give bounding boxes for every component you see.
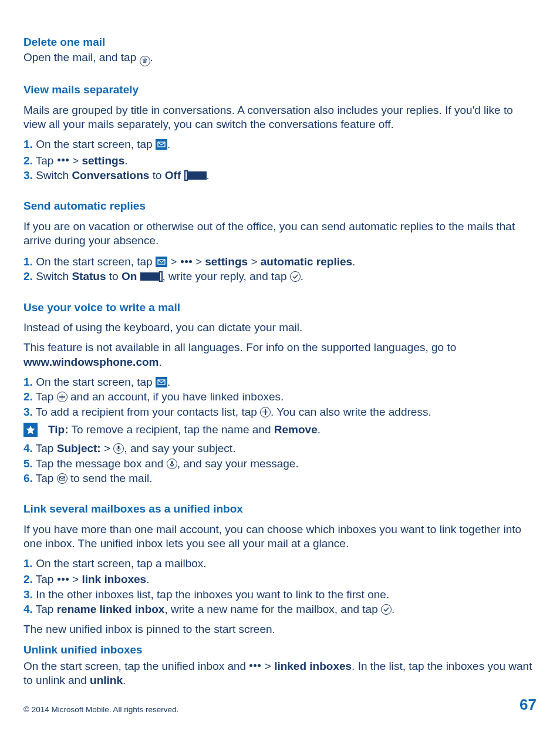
plus-icon [260, 407, 271, 417]
mail-icon [156, 377, 167, 387]
mail-icon [156, 257, 167, 267]
more-icon [57, 571, 69, 585]
text: . You can also write the address. [271, 406, 431, 418]
text: Tap [33, 154, 57, 167]
step: 2. Tap > settings. [23, 153, 537, 168]
conversations-label: Conversations [72, 169, 149, 181]
off-label: Off [165, 169, 181, 181]
text: . [124, 154, 127, 167]
step: 1. On the start screen, tap . [23, 375, 537, 389]
text: . [167, 376, 170, 388]
text: Tap [33, 472, 57, 484]
subject-label: Subject: [57, 442, 101, 454]
microphone-icon [113, 443, 124, 454]
plus-icon [57, 392, 68, 402]
switch-off-icon [184, 171, 207, 180]
text: . [392, 603, 394, 615]
step-number: 2. [23, 390, 33, 403]
status-label: Status [72, 270, 106, 282]
text: , write a new name for the mailbox, and … [164, 603, 381, 615]
step-number: 4. [23, 442, 33, 454]
linked-inboxes-label: linked inboxes [274, 660, 352, 672]
on-label: On [122, 270, 137, 282]
text: On the start screen, tap [33, 138, 156, 150]
text: This feature is not available in all lan… [23, 341, 456, 353]
step-number: 3. [23, 169, 33, 181]
step-number: 2. [23, 573, 33, 585]
text: . [146, 573, 149, 585]
text: to [149, 169, 164, 181]
text: , write your reply, and tap [163, 270, 290, 282]
text: > [167, 255, 180, 268]
step-number: 1. [23, 138, 33, 150]
svg-rect-3 [118, 446, 120, 449]
settings-label: settings [205, 255, 248, 268]
copyright-text: © 2014 Microsoft Mobile. All rights rese… [23, 705, 178, 715]
more-icon [57, 153, 69, 167]
text: to send the mail. [68, 472, 153, 484]
unlink-label: unlink [90, 674, 123, 686]
link-result-text: The new unified inbox is pinned to the s… [23, 622, 537, 636]
text: > [193, 255, 205, 268]
step-number: 6. [23, 472, 33, 484]
step: 4. Tap Subject: > , and say your subject… [23, 442, 537, 456]
voice-para2: This feature is not available in all lan… [23, 341, 537, 369]
text: . [158, 356, 161, 368]
tip-text: Tip: To remove a recipient, tap the name… [48, 423, 321, 437]
text: Tap [33, 390, 57, 403]
text: > [248, 255, 261, 268]
rename-linked-inbox-label: rename linked inbox [57, 603, 165, 615]
check-icon [290, 271, 301, 282]
more-icon [249, 658, 261, 672]
more-icon [180, 254, 193, 268]
text: Open the mail, and tap [23, 51, 140, 63]
voice-para1: Instead of using the keyboard, you can d… [23, 321, 537, 335]
step: 6. Tap to send the mail. [23, 471, 537, 486]
text: Tap the message box and [33, 457, 167, 470]
text: . [352, 255, 355, 268]
automatic-replies-label: automatic replies [261, 255, 352, 268]
text: > [69, 573, 82, 585]
step: 3. In the other inboxes list, tap the in… [23, 588, 537, 602]
step: 1. On the start screen, tap > > settings… [23, 254, 537, 269]
step: 1. On the start screen, tap . [23, 137, 537, 151]
step: 3. To add a recipient from your contacts… [23, 405, 537, 419]
text: In the other inboxes list, tap the inbox… [33, 588, 389, 601]
switch-on-icon [140, 272, 163, 281]
step-number: 1. [23, 376, 33, 388]
text: Tap [33, 603, 57, 615]
text: Tap [33, 573, 57, 585]
step-number: 3. [23, 588, 33, 601]
text: . [318, 423, 321, 436]
text: > [69, 154, 82, 167]
step: 4. Tap rename linked inbox, write a new … [23, 602, 537, 616]
text: , and say your subject. [124, 442, 235, 454]
text: On the start screen, tap the unified inb… [23, 660, 249, 672]
mail-icon [156, 139, 167, 150]
page-number: 67 [519, 695, 537, 715]
step: 5. Tap the message box and , and say you… [23, 457, 537, 471]
tip-row: Tip: To remove a recipient, tap the name… [23, 423, 537, 437]
delete-mail-text: Open the mail, and tap . [23, 50, 537, 66]
text: . [207, 169, 210, 181]
auto-replies-para: If you are on vacation or otherwise out … [23, 220, 537, 248]
text: Switch [33, 169, 72, 181]
settings-label: settings [82, 154, 124, 167]
text: Tap [33, 442, 57, 454]
text: > [101, 442, 114, 454]
step-number: 3. [23, 406, 33, 418]
step-number: 1. [23, 255, 33, 268]
text: and an account, if you have linked inbox… [68, 390, 284, 403]
svg-rect-4 [171, 461, 173, 464]
step: 2. Tap > link inboxes. [23, 571, 537, 587]
page-footer: © 2014 Microsoft Mobile. All rights rese… [23, 695, 537, 715]
unlink-text: On the start screen, tap the unified inb… [23, 658, 537, 688]
remove-label: Remove [274, 423, 318, 436]
step-number: 5. [23, 457, 33, 470]
heading-unlink: Unlink unified inboxes [23, 643, 537, 657]
text: . [301, 270, 303, 282]
heading-auto-replies: Send automatic replies [23, 199, 537, 213]
text: . [150, 51, 153, 63]
text: . [123, 674, 126, 686]
step: 3. Switch Conversations to Off . [23, 169, 537, 183]
